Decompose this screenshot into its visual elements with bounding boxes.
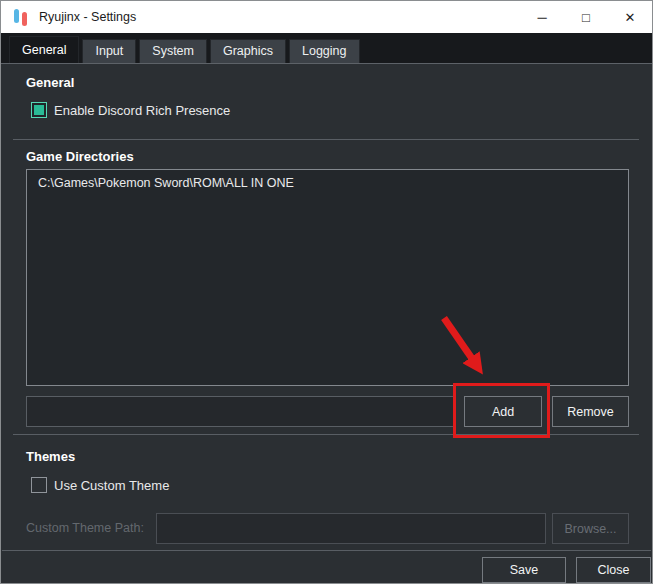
minimize-icon[interactable]: ─	[520, 1, 564, 33]
settings-window: Ryujinx - Settings ─ □ ✕ General Input S…	[0, 0, 653, 584]
custom-theme-path-label: Custom Theme Path:	[26, 521, 144, 535]
game-directories-section-header: Game Directories	[26, 149, 134, 164]
discord-rich-presence-label: Enable Discord Rich Presence	[54, 103, 230, 118]
save-button[interactable]: Save	[482, 557, 566, 583]
tab-bar: General Input System Graphics Logging	[1, 33, 652, 63]
game-directories-listbox[interactable]: C:\Games\Pokemon Sword\ROM\ALL IN ONE	[26, 169, 629, 386]
tab-graphics[interactable]: Graphics	[210, 39, 286, 63]
ryujinx-logo-icon	[13, 8, 30, 27]
footer-divider	[2, 550, 651, 551]
tab-system[interactable]: System	[139, 39, 207, 63]
use-custom-theme-checkbox[interactable]	[31, 477, 47, 493]
logo-red-bar	[22, 12, 27, 26]
general-section-header: General	[26, 75, 74, 90]
close-icon[interactable]: ✕	[608, 1, 652, 33]
logo-blue-bar	[14, 9, 19, 23]
use-custom-theme-label: Use Custom Theme	[54, 478, 169, 493]
game-directory-list-item[interactable]: C:\Games\Pokemon Sword\ROM\ALL IN ONE	[27, 170, 628, 196]
custom-theme-path-input[interactable]	[156, 513, 546, 544]
tab-general[interactable]: General	[9, 36, 79, 63]
maximize-icon[interactable]: □	[564, 1, 608, 33]
window-controls: ─ □ ✕	[520, 1, 652, 33]
tab-logging[interactable]: Logging	[289, 39, 360, 63]
browse-button[interactable]: Browse...	[552, 513, 629, 544]
section-divider	[13, 139, 639, 140]
new-directory-input[interactable]	[26, 396, 456, 427]
discord-rich-presence-checkbox[interactable]	[31, 102, 47, 118]
title-bar[interactable]: Ryujinx - Settings ─ □ ✕	[1, 1, 652, 33]
tab-input[interactable]: Input	[82, 39, 136, 63]
section-divider	[13, 434, 639, 435]
window-title: Ryujinx - Settings	[39, 10, 136, 24]
themes-section-header: Themes	[26, 449, 75, 464]
remove-button[interactable]: Remove	[552, 396, 629, 427]
add-button[interactable]: Add	[464, 396, 542, 427]
close-button[interactable]: Close	[576, 557, 651, 583]
